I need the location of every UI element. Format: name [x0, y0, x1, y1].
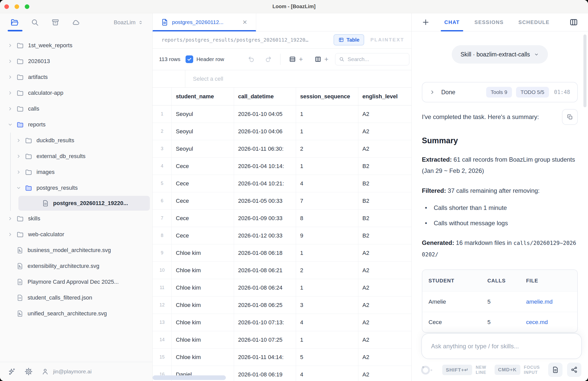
zoom-window-button[interactable]: [25, 4, 29, 9]
cell-student_name[interactable]: Cece: [172, 227, 234, 244]
tree-folder-external-db-results[interactable]: external_db_results: [0, 148, 152, 164]
cell-english_level[interactable]: A2: [358, 140, 411, 157]
row-number[interactable]: 2: [153, 123, 172, 140]
row-number[interactable]: 12: [153, 296, 172, 314]
cell-session_sequence[interactable]: 1: [296, 279, 358, 296]
cell-call_datetime[interactable]: 2026-01-10 04:05: [234, 105, 296, 123]
cell-session_sequence[interactable]: 4: [296, 175, 358, 192]
column-header-student_name[interactable]: student_name: [172, 88, 234, 105]
cell-english_level[interactable]: B2: [358, 175, 411, 192]
cell-english_level[interactable]: A2: [358, 314, 411, 331]
row-number[interactable]: 11: [153, 279, 172, 296]
cell-call_datetime[interactable]: 2026-01-11 06:30:: [234, 140, 296, 157]
tree-file-student-calls-filtered-json[interactable]: student_calls_filtered.json: [0, 290, 152, 306]
row-number[interactable]: 1: [153, 105, 172, 123]
cell-call_datetime[interactable]: 2026-01-11 04:14:: [234, 349, 296, 366]
sparkle-icon[interactable]: [8, 367, 16, 376]
row-number[interactable]: 3: [153, 140, 172, 157]
cell-session_sequence[interactable]: 8: [296, 210, 358, 227]
cell-call_datetime[interactable]: 2026-01-10 04:06: [234, 123, 296, 140]
cell-session_sequence[interactable]: 4: [296, 314, 358, 331]
cell-english_level[interactable]: A2: [358, 279, 411, 296]
plaintext-view-button[interactable]: PLAINTEXT: [370, 37, 404, 43]
row-number[interactable]: 15: [153, 349, 172, 366]
row-number[interactable]: 14: [153, 331, 172, 348]
cell-session_sequence[interactable]: 3: [296, 296, 358, 314]
cell-session_sequence[interactable]: 1: [296, 123, 358, 140]
column-header-english_level[interactable]: english_level: [358, 88, 411, 105]
cell-english_level[interactable]: B2: [358, 158, 411, 175]
cell-student_name[interactable]: Seoyul: [172, 140, 234, 157]
cell-call_datetime[interactable]: 2026-01-12 00:33: [234, 227, 296, 244]
search-icon[interactable]: [31, 18, 39, 27]
cell-student_name[interactable]: Seoyul: [172, 105, 234, 123]
tree-file-playmore-card-approval-dec-2025[interactable]: Playmore Card Approval Dec 2025...: [0, 274, 152, 290]
tree-folder-1st-week-reports[interactable]: 1st_week_reports: [0, 38, 152, 53]
cell-english_level[interactable]: A2: [358, 244, 411, 261]
row-number[interactable]: 6: [153, 192, 172, 209]
archive-icon[interactable]: [51, 18, 60, 27]
skill-selector[interactable]: Skill · boazlim-extract-calls: [452, 45, 548, 64]
cell-session_sequence[interactable]: 1: [296, 158, 358, 175]
tree-file-business-model-architecture-svg[interactable]: business_model_architecture.svg: [0, 242, 152, 258]
tree-file-unified-search-architecture-svg[interactable]: unified_search_architecture.svg: [0, 306, 152, 322]
cell-english_level[interactable]: A2: [358, 262, 411, 279]
tab-postgres-file[interactable]: postgres_20260112... ✕: [153, 13, 256, 31]
cell-call_datetime[interactable]: 2026-01-10 07:25: [234, 331, 296, 348]
cell-student_name[interactable]: Chloe kim: [172, 331, 234, 348]
tree-folder-web-calculator[interactable]: web-calculator: [0, 227, 152, 242]
cell-call_datetime[interactable]: 2026-01-10 07:13:: [234, 314, 296, 331]
cell-session_sequence[interactable]: 9: [296, 227, 358, 244]
chat-scrollbar[interactable]: [583, 34, 586, 107]
table-search-input[interactable]: [347, 56, 406, 63]
cell-call_datetime[interactable]: 2026-01-05 00:33: [234, 192, 296, 209]
tree-folder-calls[interactable]: calls: [0, 101, 152, 117]
add-column-plus[interactable]: +: [324, 56, 328, 63]
cell-student_name[interactable]: Chloe kim: [172, 314, 234, 331]
tree-folder-calculator-app[interactable]: calculator-app: [0, 85, 152, 101]
cell-call_datetime[interactable]: 2026-01-08 06:25: [234, 296, 296, 314]
task-status-card[interactable]: Done Tools 9 TODO 5/5 01:48: [422, 82, 578, 102]
add-row-plus[interactable]: +: [299, 56, 303, 63]
horizontal-scrollbar[interactable]: [153, 375, 226, 380]
row-number[interactable]: 10: [153, 262, 172, 279]
tree-folder-2026013[interactable]: 2026013: [0, 53, 152, 69]
insert-row-icon[interactable]: [289, 55, 296, 63]
row-number[interactable]: 13: [153, 314, 172, 331]
column-header-call_datetime[interactable]: call_datetime: [234, 88, 296, 105]
grid-corner-cell[interactable]: [153, 88, 172, 105]
cell-call_datetime[interactable]: 2026-01-08 06:19: [234, 366, 296, 381]
cell-session_sequence[interactable]: 1: [296, 244, 358, 261]
insert-column-icon[interactable]: [314, 55, 322, 63]
column-header-session_sequence[interactable]: session_sequence: [296, 88, 358, 105]
tree-file-extensibility-architecture-svg[interactable]: extensibility_architecture.svg: [0, 258, 152, 274]
row-number[interactable]: 9: [153, 244, 172, 261]
cell-english_level[interactable]: A2: [358, 349, 411, 366]
cell-student_name[interactable]: Chloe kim: [172, 244, 234, 261]
cell-english_level[interactable]: A2: [358, 366, 411, 381]
minimize-window-button[interactable]: [15, 4, 19, 9]
row-number[interactable]: 8: [153, 227, 172, 244]
header-row-checkbox[interactable]: [186, 55, 193, 63]
cell-student_name[interactable]: Cece: [172, 192, 234, 209]
user-email[interactable]: jin@playmore.ai: [53, 368, 92, 375]
new-chat-plus-icon[interactable]: [422, 13, 430, 31]
workspace-selector[interactable]: BoazLim: [114, 19, 143, 26]
table-search[interactable]: [335, 53, 409, 65]
cell-english_level[interactable]: B2: [358, 227, 411, 244]
cell-session_sequence[interactable]: 2: [296, 140, 358, 157]
cell-english_level[interactable]: B2: [358, 210, 411, 227]
tab-sessions[interactable]: SESSIONS: [474, 13, 504, 31]
cell-student_name[interactable]: Cece: [172, 210, 234, 227]
tab-schedule[interactable]: SCHEDULE: [518, 13, 549, 31]
tree-folder-duckdb-results[interactable]: duckdb_results: [0, 133, 152, 148]
cell-call_datetime[interactable]: 2026-01-09 00:33: [234, 210, 296, 227]
cell-session_sequence[interactable]: 7: [296, 192, 358, 209]
cell-reference-box[interactable]: [153, 70, 185, 87]
tree-folder-postgres-results[interactable]: postgres_results: [0, 180, 152, 196]
formula-input[interactable]: Select a cell: [185, 70, 411, 87]
cell-session_sequence[interactable]: 1: [296, 331, 358, 348]
cell-call_datetime[interactable]: 2026-01-08 06:18: [234, 244, 296, 261]
tree-file-postgres-20260112-19220[interactable]: postgres_20260112_19220...: [18, 196, 150, 211]
cell-student_name[interactable]: Seoyul: [172, 123, 234, 140]
